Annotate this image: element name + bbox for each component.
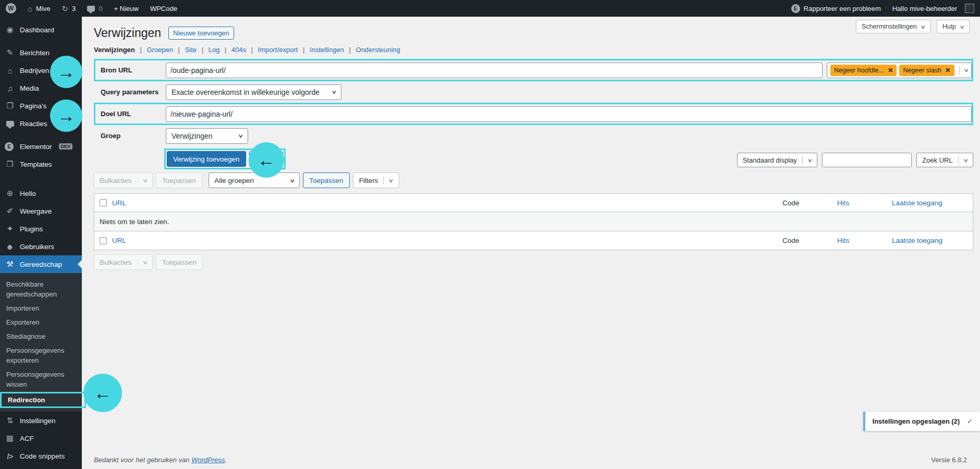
submenu-item-persoonsgegevens-wissen[interactable]: Persoonsgegevens wissen (0, 367, 82, 391)
tab-groepen[interactable]: Groepen (146, 46, 173, 54)
apply-filter-button[interactable]: Toepassen (303, 172, 349, 188)
divider (383, 176, 384, 184)
submenu-item-importeren[interactable]: Importeren (0, 301, 82, 315)
report-problem-label: Rapporteer een probleem (804, 5, 881, 13)
tools-submenu: Beschikbare gereedschappen Importeren Ex… (0, 273, 82, 412)
acf-icon: ▦ (5, 434, 15, 443)
sidebar-item-templates[interactable]: ❒ Templates (0, 155, 82, 173)
main-content: Scherminstellingen ∨ Hulp ∨ Verwijzingen… (82, 17, 980, 469)
column-header-hits[interactable]: Hits (837, 199, 892, 207)
dashboard-icon: ◉ (5, 25, 15, 34)
flag-ignore-case[interactable]: Negeer hoofdle... ✕ (830, 65, 897, 76)
add-new-button[interactable]: Nieuwe toevoegen (168, 27, 234, 40)
divider (958, 156, 959, 164)
site-name-menu[interactable]: ⌂ Mive (22, 0, 56, 17)
remove-flag-icon[interactable]: ✕ (945, 66, 950, 74)
pages-icon: ❐ (5, 101, 15, 110)
tab-404s[interactable]: 404s (231, 46, 246, 54)
column-header-last-access[interactable]: Laatste toegang (892, 199, 967, 207)
submenu-item-redirection[interactable]: Redirection (0, 392, 86, 408)
sidebar-item-label: Media (20, 84, 39, 92)
remove-flag-icon[interactable]: ✕ (888, 66, 893, 74)
sidebar-item-code-snippets[interactable]: /> Code snippets (0, 447, 82, 465)
updates-menu[interactable]: ↻ 3 (56, 0, 82, 17)
flag-label: Negeer slash (903, 67, 941, 74)
query-params-row: Query parameters Exacte overeenkomst in … (94, 82, 973, 102)
column-footer-last-access[interactable]: Laatste toegang (892, 237, 967, 244)
column-header-url[interactable]: URL (112, 199, 782, 207)
help-button[interactable]: Hulp ∨ (937, 20, 970, 33)
sidebar-item-dashboard[interactable]: ◉ Dashboard (0, 21, 82, 39)
account-menu[interactable]: Hallo mive-beheerder (887, 0, 980, 17)
sidebar-item-instellingen[interactable]: ⇅ Instellingen (0, 412, 82, 429)
add-redirect-button[interactable]: Verwijzing toevoegen (167, 151, 246, 167)
select-all-checkbox[interactable] (100, 199, 107, 206)
screen-options-button[interactable]: Scherminstellingen ∨ (856, 20, 930, 33)
settings-icon: ⇅ (5, 416, 15, 425)
settings-saved-toast[interactable]: Instellingen opgeslagen (2) ✓ (863, 412, 980, 431)
tab-verwijzingen[interactable]: Verwijzingen (94, 46, 135, 54)
filters-button[interactable]: Filters ∨ (353, 172, 399, 188)
wpcode-menu[interactable]: WPCode (144, 0, 183, 17)
admin-bar-right: E Rapporteer een probleem Hallo mive-beh… (786, 0, 980, 17)
tab-import-export[interactable]: Import/export (258, 46, 298, 54)
sidebar-item-plugins[interactable]: ✦ Plugins (0, 220, 82, 238)
sidebar-item-hello[interactable]: ⊕ Hello (0, 184, 82, 202)
tab-site[interactable]: Site (185, 46, 197, 54)
chevron-down-icon: ∨ (289, 178, 295, 183)
sidebar-item-label: Gereedschap (20, 261, 62, 268)
close-button[interactable]: Sluiten (249, 151, 283, 167)
tab-ondersteuning[interactable]: Ondersteuning (356, 46, 400, 54)
wpcode-label: WPCode (150, 5, 177, 13)
wp-logo-menu[interactable]: W (0, 0, 22, 17)
submenu-item-exporteren[interactable]: Exporteren (0, 315, 82, 329)
display-options-button[interactable]: Standaard display ∨ (737, 153, 817, 167)
submenu-item-persoonsgegevens-exporteren[interactable]: Persoonsgegevens exporteren (0, 343, 82, 367)
sidebar-item-label: Hello (20, 190, 36, 198)
admin-sidebar: ◉ Dashboard ✎ Berichten ⌂ Bedrijven ♫ Me… (0, 17, 82, 469)
sidebar-item-acf[interactable]: ▦ ACF (0, 429, 82, 447)
help-label: Hulp (942, 23, 956, 30)
table-header-row: URL Code Hits Laatste toegang (94, 194, 973, 212)
column-footer-url[interactable]: URL (112, 237, 782, 244)
sidebar-item-gebruikers[interactable]: ☻ Gebruikers (0, 238, 82, 255)
select-all-checkbox[interactable] (100, 237, 107, 244)
flag-ignore-slash[interactable]: Negeer slash ✕ (899, 65, 954, 76)
sidebar-item-label: ACF (20, 435, 34, 442)
sidebar-item-berichten[interactable]: ✎ Berichten (0, 44, 82, 61)
posts-icon: ✎ (5, 48, 15, 57)
sidebar-item-bedrijven[interactable]: ⌂ Bedrijven (0, 61, 82, 79)
source-url-row: Bron URL Negeer hoofdle... ✕ Negeer slas… (94, 59, 973, 81)
chevron-down-icon: ∨ (959, 24, 965, 30)
source-url-input[interactable] (166, 63, 823, 78)
sidebar-separator (0, 132, 82, 138)
sidebar-item-media[interactable]: ♫ Media (0, 79, 82, 97)
submenu-item-sitediagnose[interactable]: Sitediagnose (0, 329, 82, 343)
url-flags-box[interactable]: Negeer hoofdle... ✕ Negeer slash ✕ ∨ (827, 63, 972, 78)
comments-count: 0 (99, 5, 102, 13)
chevron-down-icon[interactable]: ∨ (963, 67, 969, 73)
sidebar-item-gereedschap[interactable]: ⚒ Gereedschap (0, 255, 82, 273)
search-input[interactable] (822, 153, 912, 167)
sidebar-item-reacties[interactable]: Reacties (0, 115, 82, 132)
report-problem-menu[interactable]: E Rapporteer een probleem (786, 0, 887, 17)
tab-separator: | (178, 46, 180, 54)
sidebar-item-paginas[interactable]: ❐ Pagina's (0, 97, 82, 115)
query-params-select[interactable]: Exacte overeenkomst in willekeurige volg… (166, 84, 341, 100)
sidebar-separator (0, 173, 82, 184)
bulk-actions-label: Bulkacties (100, 258, 132, 266)
sidebar-item-cookiebot[interactable]: ☑ Cookiebot (0, 465, 82, 469)
new-content-menu[interactable]: + Nieuw (108, 0, 144, 17)
search-url-button[interactable]: Zoek URL ∨ (916, 153, 973, 167)
submenu-item-beschikbare-gereedschappen[interactable]: Beschikbare gereedschappen (0, 277, 82, 301)
target-url-input[interactable] (166, 106, 972, 122)
wordpress-link[interactable]: WordPress (191, 456, 225, 464)
column-footer-hits[interactable]: Hits (837, 237, 892, 244)
tab-log[interactable]: Log (209, 46, 220, 54)
tab-instellingen[interactable]: Instellingen (310, 46, 344, 54)
comments-menu[interactable]: 0 (81, 0, 108, 17)
sidebar-item-weergave[interactable]: ✐ Weergave (0, 202, 82, 220)
sidebar-item-elementor[interactable]: E Elementor DEV (0, 138, 82, 155)
group-filter-select[interactable]: Alle groepen ∨ (209, 172, 300, 188)
group-select[interactable]: Verwijzingen ∨ (166, 128, 248, 144)
